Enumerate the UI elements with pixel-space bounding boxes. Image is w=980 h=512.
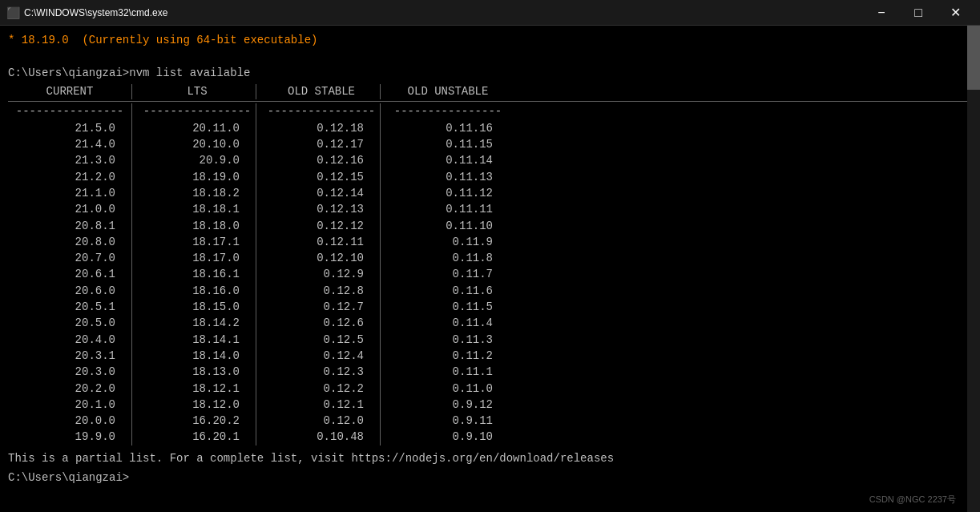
col-lts-header: LTS (132, 84, 256, 100)
col-current-header: CURRENT (8, 84, 132, 100)
footer-line: This is a partial list. For a complete l… (8, 450, 972, 466)
footer-text: This is a partial list. For a complete l… (8, 450, 972, 466)
prompt-line: C:\Users\qiangzai> (8, 470, 972, 486)
table-separator: ---------------- ---------------- ------… (8, 103, 972, 119)
table-row: 21.1.0 18.18.2 0.12.14 0.11.12 (8, 185, 972, 201)
console-content: * 18.19.0 (Currently using 64-bit execut… (8, 32, 972, 486)
table-row: 20.4.0 18.14.1 0.12.5 0.11.3 (8, 332, 972, 348)
table-row: 20.5.1 18.15.0 0.12.7 0.11.5 (8, 299, 972, 315)
cmd-icon: ⬛ (6, 6, 19, 19)
table-row: 20.6.1 18.16.1 0.12.9 0.11.7 (8, 266, 972, 282)
table-row: 20.3.0 18.13.0 0.12.3 0.11.1 (8, 364, 972, 380)
table-row: 20.8.0 18.17.1 0.12.11 0.11.9 (8, 234, 972, 250)
scrollbar-thumb[interactable] (967, 26, 980, 90)
table-row: 20.2.0 18.12.1 0.12.2 0.11.0 (8, 381, 972, 397)
titlebar-controls: − □ ✕ (863, 0, 974, 26)
scrollbar[interactable] (967, 26, 980, 512)
titlebar: ⬛ C:\WINDOWS\system32\cmd.exe − □ ✕ (0, 0, 980, 26)
minimize-button[interactable]: − (863, 0, 900, 26)
nvm-command-line: C:\Users\qiangzai>nvm list available (8, 65, 972, 81)
table-row: 20.6.0 18.16.0 0.12.8 0.11.6 (8, 283, 972, 299)
table-row: 20.5.0 18.14.2 0.12.6 0.11.4 (8, 315, 972, 331)
col-oldunstable-header: OLD UNSTABLE (381, 84, 509, 100)
table-row: 20.3.1 18.14.0 0.12.4 0.11.2 (8, 348, 972, 364)
maximize-button[interactable]: □ (900, 0, 937, 26)
table-row: 20.7.0 18.17.0 0.12.10 0.11.8 (8, 250, 972, 266)
table-row: 21.0.0 18.18.1 0.12.13 0.11.11 (8, 201, 972, 217)
table-row: 20.8.1 18.18.0 0.12.12 0.11.10 (8, 218, 972, 234)
table-body: 21.5.0 20.11.0 0.12.18 0.11.16 21.4.0 20… (8, 120, 972, 445)
table-row: 19.9.0 16.20.1 0.10.48 0.9.10 (8, 429, 972, 445)
close-button[interactable]: ✕ (937, 0, 974, 26)
table-row: 20.1.0 18.12.0 0.12.1 0.9.12 (8, 397, 972, 413)
current-version-line: * 18.19.0 (Currently using 64-bit execut… (8, 32, 972, 48)
titlebar-title: C:\WINDOWS\system32\cmd.exe (24, 7, 863, 18)
table-row: 21.4.0 20.10.0 0.12.17 0.11.15 (8, 136, 972, 152)
table-row: 21.3.0 20.9.0 0.12.16 0.11.14 (8, 152, 972, 168)
table-header: CURRENT LTS OLD STABLE OLD UNSTABLE (8, 84, 972, 103)
col-oldstable-header: OLD STABLE (256, 84, 381, 100)
console-area: * 18.19.0 (Currently using 64-bit execut… (0, 26, 980, 512)
watermark: CSDN @NGC 2237号 (869, 494, 956, 506)
table-row: 21.2.0 18.19.0 0.12.15 0.11.13 (8, 169, 972, 185)
table-row: 20.0.0 16.20.2 0.12.0 0.9.11 (8, 413, 972, 429)
version-table: CURRENT LTS OLD STABLE OLD UNSTABLE ----… (8, 84, 972, 445)
table-row: 21.5.0 20.11.0 0.12.18 0.11.16 (8, 120, 972, 136)
